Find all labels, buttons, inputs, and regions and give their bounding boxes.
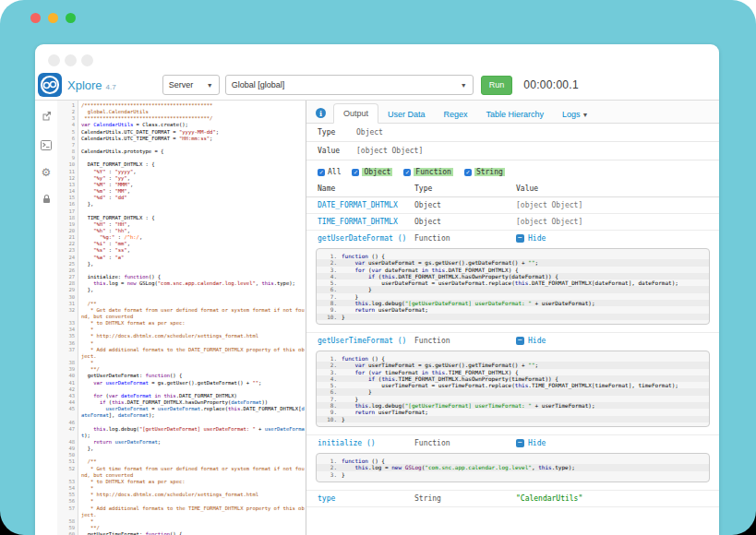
code-line-text: CalendarUtils.UTC_TIME_FORMAT = "HH:mm:s… [78,136,306,142]
tab-table-hierarchy[interactable]: Table Hierarchy [477,105,554,124]
source-line-number: 7. [317,293,342,300]
code-line-text: for (var dateFormat in this.DATE_FORMAT_… [78,393,306,399]
code-line-text: * to DHTMLX format as per spec: [78,479,306,485]
tab-regex[interactable]: Regex [435,105,477,124]
hide-label: Hide [528,337,546,345]
source-line-number: 3. [317,369,342,375]
tab-user-data[interactable]: User Data [378,105,435,124]
tab-logs[interactable]: Logs ▼ [553,105,597,124]
code-line-text: var userDateFormat = gs.getUser().getDat… [78,380,306,386]
line-number: 56 [57,498,78,505]
summary-label: Value [318,147,356,155]
property-type-cell: Object [414,201,516,209]
code-line: 39 **/ [57,366,306,373]
line-number: 35 [57,333,78,339]
line-number: 17 [57,208,78,215]
source-line-text: } [342,293,358,300]
source-line-text: for (var timeFormat in this.TIME_FORMAT_… [342,369,519,375]
property-name-link[interactable]: DATE_FORMAT_DHTMLX [318,201,398,209]
col-name: Name [318,184,414,193]
code-line: 60 getUserTimeFormat: function() { [57,531,306,535]
code-line: 9 [57,155,306,161]
code-line-text: "%m" : "MM", [78,188,306,195]
line-number: 24 [57,255,78,261]
checkbox-checked-icon[interactable]: ✓ [464,169,472,176]
tab-output[interactable]: Output [333,103,378,124]
window-dot [81,54,93,66]
info-icon[interactable]: i [316,108,326,118]
function-type-cell: Function [414,234,516,243]
source-line-number: 6. [317,286,342,292]
app-title: Xplore [67,78,102,92]
line-number: 5 [57,129,78,136]
code-line: 40 getUserDateFormat: function() { [57,373,306,379]
function-name-cell: getUserTimeFormat () [318,337,414,345]
zoom-traffic-light[interactable] [66,13,76,23]
function-source-block: 1.function () {2. var userTimeFormat = g… [316,351,710,427]
code-line: 1/**************************************… [57,102,306,109]
code-line: 25 }, [57,261,306,268]
scope-select-value: Global [global] [232,80,285,89]
code-line: 18 TIME_FORMAT_DHTMLX : { [57,215,306,221]
source-line-text: if (this.DATE_FORMAT_DHTMLX.hasOwnProper… [342,273,558,279]
browser-frame: Xplore 4.7 Server ▼ Global [global] ▼ Ru… [0,0,756,535]
code-line: 27 initialize: function() { [57,274,306,280]
filter-object[interactable]: ✓Object [352,168,392,176]
function-type-cell: Function [414,337,516,345]
code-line-text: "%s" : "ss", [78,247,306,254]
code-line: 57 * Add additional formats to the TIME_… [57,505,306,518]
line-number: 29 [57,287,78,293]
line-number: 42 [57,386,78,393]
scope-select[interactable]: Global [global] ▼ [225,75,474,95]
function-name-link[interactable]: getUserDateFormat () [318,234,406,243]
code-editor[interactable]: 1/**************************************… [57,101,306,535]
minus-icon: − [516,439,524,447]
lock-icon[interactable] [39,191,54,206]
code-line-text: "%g:" : /^h:/, [78,234,306,241]
function-name-cell: getUserDateFormat () [318,234,414,243]
line-number: 59 [57,525,78,531]
code-line: 43 for (var dateFormat in this.DATE_FORM… [57,393,306,399]
gear-icon[interactable]: ⚙ [42,167,52,178]
run-button[interactable]: Run [481,76,513,95]
function-name-link[interactable]: initialize () [318,439,376,447]
chevron-down-icon: ▼ [581,112,589,118]
source-line: 4. if (this.DATE_FORMAT_DHTMLX.hasOwnPro… [317,273,709,279]
checkbox-checked-icon[interactable]: ✓ [403,169,411,176]
source-line: 3.} [317,471,709,478]
source-line: 7. } [317,293,709,300]
close-traffic-light[interactable] [30,13,41,23]
server-dropdown[interactable]: Server ▼ [162,75,220,95]
minimize-traffic-light[interactable] [48,13,58,23]
property-value: [object Object] [516,201,582,209]
checkbox-checked-icon[interactable]: ✓ [318,169,325,176]
source-line-text: userDateFormat = userDateFormat.replace(… [342,279,678,286]
checkbox-checked-icon[interactable]: ✓ [352,169,359,176]
source-line-number: 5. [317,279,342,286]
terminal-icon[interactable] [39,137,54,152]
code-line: 23 "%s" : "ss", [57,247,306,254]
code-line: 54 * [57,485,306,492]
source-line: 2. var userDateFormat = gs.getUser().get… [317,259,709,266]
hide-toggle[interactable]: −Hide [516,234,708,243]
property-name-link[interactable]: type [318,494,335,503]
code-line: 52 * Get time format from user defined f… [57,466,306,479]
summary-value: [object Object] [356,147,423,155]
code-line-text: * [78,485,306,492]
source-line-number: 3. [317,471,342,478]
summary-row: TypeObject [306,124,719,142]
filter-string[interactable]: ✓String [464,168,505,176]
filter-all[interactable]: ✓All [318,168,341,176]
source-line: 4. if (this.TIME_FORMAT_DHTMLX.hasOwnPro… [317,375,709,382]
inactive-window-dots [35,44,719,70]
function-name-link[interactable]: getUserTimeFormat () [318,337,406,345]
filter-function[interactable]: ✓Function [403,168,453,176]
hide-toggle[interactable]: −Hide [516,337,708,345]
code-line-text: /** [78,458,306,465]
line-number: 45 [57,406,78,419]
property-name-link[interactable]: TIME_FORMAT_DHTMLX [318,218,398,226]
hide-toggle[interactable]: −Hide [516,439,708,447]
external-link-icon[interactable] [39,108,54,123]
function-source-wrap: 1.function () {2. var userTimeFormat = g… [306,349,719,435]
source-line: 5. userDateFormat = userDateFormat.repla… [317,279,709,286]
